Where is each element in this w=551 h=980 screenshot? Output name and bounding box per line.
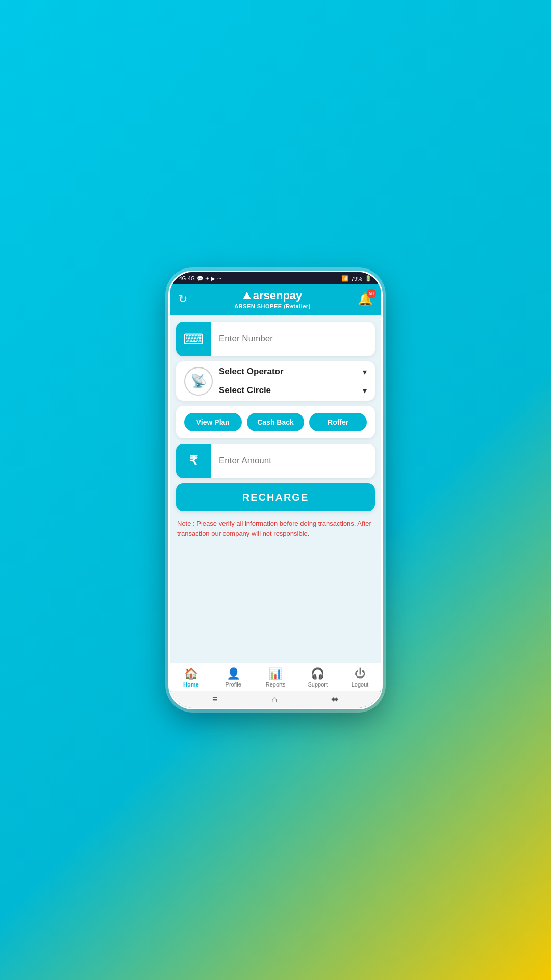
circle-select-row[interactable]: Select Circle ▾: [219, 385, 367, 396]
operator-label: Select Operator: [219, 366, 284, 377]
phone-number-card: ⌨: [176, 322, 375, 356]
notch: [245, 272, 306, 283]
logo-triangle-icon: [243, 292, 251, 299]
divider: [219, 381, 367, 381]
user-title: ARSEN SHOPEE (Retailer): [234, 303, 311, 309]
refresh-button[interactable]: ↻: [178, 292, 187, 306]
roffer-button[interactable]: Roffer: [309, 413, 367, 431]
recharge-button[interactable]: RECHARGE: [176, 483, 375, 511]
more-icon: ···: [217, 276, 221, 281]
bottom-nav: 🏠 Home 👤 Profile 📊 Reports 🎧 Support ⏻ L…: [170, 663, 381, 691]
content-area: ⌨ 📡 Select Operator ▾ Select Circle: [170, 315, 381, 663]
tower-icon: 📡: [190, 373, 207, 389]
telegram-icon: ✈: [205, 276, 209, 281]
network1-label: 4G: [179, 276, 186, 281]
nav-reports-label: Reports: [266, 681, 286, 688]
wifi-icon: 📶: [341, 275, 348, 282]
android-home-icon[interactable]: ⌂: [271, 694, 277, 705]
notification-badge: 50: [367, 289, 376, 298]
disclaimer-note: Note : Please verify all information bef…: [176, 517, 375, 541]
battery-label: 79%: [351, 276, 362, 282]
nav-reports[interactable]: 📊 Reports: [261, 667, 290, 688]
phone-icon-box: ⌨: [176, 322, 211, 356]
operator-selects: Select Operator ▾ Select Circle ▾: [219, 366, 367, 396]
view-plan-button[interactable]: View Plan: [184, 413, 242, 431]
network2-label: 4G: [188, 276, 194, 281]
circle-chevron-icon: ▾: [363, 386, 367, 396]
android-menu-icon[interactable]: ≡: [212, 694, 218, 705]
operator-select-row[interactable]: Select Operator ▾: [219, 366, 367, 377]
whatsapp-icon: 💬: [197, 276, 203, 281]
tower-icon-wrap: 📡: [184, 367, 213, 396]
nav-support[interactable]: 🎧 Support: [304, 667, 332, 688]
notification-bell[interactable]: 🔔 50: [358, 292, 373, 306]
nav-logout-label: Logout: [352, 681, 369, 688]
nav-home-label: Home: [183, 681, 199, 688]
keypad-icon: ⌨: [183, 331, 204, 348]
home-icon: 🏠: [184, 667, 198, 680]
android-back-icon[interactable]: ⬌: [331, 694, 339, 705]
header: ↻ arsenpay ARSEN SHOPEE (Retailer) 🔔 50: [170, 284, 381, 315]
logo-container: arsenpay ARSEN SHOPEE (Retailer): [234, 289, 311, 309]
profile-icon: 👤: [227, 667, 240, 680]
nav-profile-label: Profile: [226, 681, 241, 688]
operator-card: 📡 Select Operator ▾ Select Circle ▾: [176, 361, 375, 401]
nav-logout[interactable]: ⏻ Logout: [346, 667, 374, 688]
circle-label: Select Circle: [219, 385, 271, 396]
support-icon: 🎧: [311, 667, 324, 680]
reports-icon: 📊: [268, 667, 282, 680]
android-nav-bar: ≡ ⌂ ⬌: [170, 691, 381, 708]
phone-number-input[interactable]: [211, 334, 375, 344]
nav-home[interactable]: 🏠 Home: [177, 667, 205, 688]
action-buttons-card: View Plan Cash Back Roffer: [176, 406, 375, 438]
rupee-icon: ₹: [189, 453, 198, 469]
app-name: arsenpay: [253, 289, 303, 302]
media-icon: ▶: [211, 276, 215, 281]
nav-profile[interactable]: 👤 Profile: [219, 667, 247, 688]
nav-support-label: Support: [308, 681, 328, 688]
phone-frame: 4G 4G 💬 ✈ ▶ ··· 📶 79% 🔋 ↻ arsenpay ARSEN…: [168, 271, 383, 709]
app-container: ↻ arsenpay ARSEN SHOPEE (Retailer) 🔔 50 …: [170, 284, 381, 708]
logout-icon: ⏻: [355, 667, 366, 680]
operator-chevron-icon: ▾: [363, 367, 367, 377]
logo-text: arsenpay: [243, 289, 303, 302]
amount-card: ₹: [176, 444, 375, 478]
status-left: 4G 4G 💬 ✈ ▶ ···: [179, 276, 221, 281]
battery-icon: 🔋: [365, 275, 372, 282]
amount-input[interactable]: [211, 456, 375, 466]
rupee-icon-box: ₹: [176, 444, 211, 478]
status-right: 📶 79% 🔋: [341, 275, 372, 282]
cash-back-button[interactable]: Cash Back: [247, 413, 305, 431]
